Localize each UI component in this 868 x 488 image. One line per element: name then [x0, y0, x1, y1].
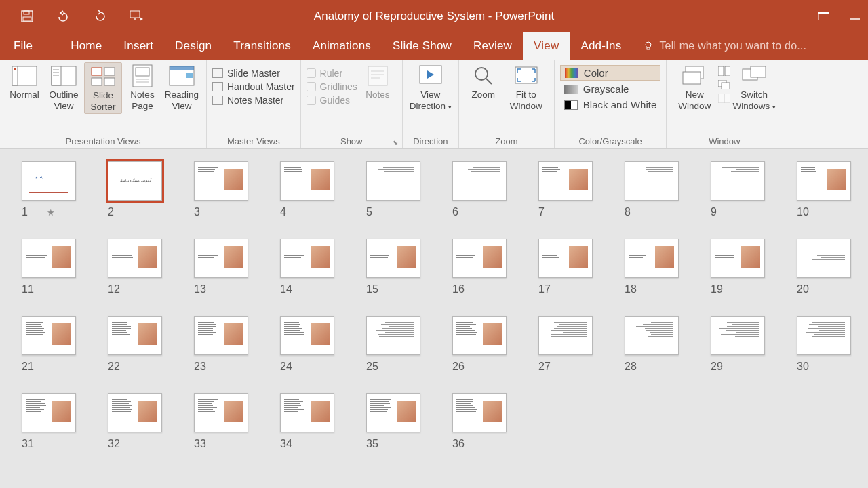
slide-thumbnail[interactable]: 9: [711, 161, 765, 218]
slide-thumbnail[interactable]: 15: [366, 239, 420, 296]
tab-transitions[interactable]: Transitions: [222, 32, 302, 60]
tab-home[interactable]: Home: [60, 32, 113, 60]
slide-thumbnail[interactable]: 19: [711, 239, 765, 296]
notes-master-button[interactable]: Notes Master: [212, 95, 295, 106]
slide-thumbnail[interactable]: 20: [797, 239, 851, 296]
slide-thumb-35[interactable]: [366, 393, 420, 432]
slide-thumbnail[interactable]: 32: [108, 393, 162, 450]
slide-thumbnail[interactable]: 30: [797, 316, 851, 373]
slide-thumb-30[interactable]: [797, 316, 851, 355]
gridlines-checkbox[interactable]: Gridlines: [307, 81, 357, 92]
slide-thumbnail[interactable]: 34: [280, 393, 334, 450]
slide-thumb-7[interactable]: [538, 161, 593, 201]
slide-sorter-button[interactable]: Slide Sorter: [84, 62, 122, 114]
slide-thumb-1[interactable]: بسم: [22, 161, 76, 201]
slide-thumb-16[interactable]: [452, 239, 507, 278]
slide-thumbnail[interactable]: 36: [452, 393, 507, 450]
slide-thumb-8[interactable]: [625, 161, 679, 201]
move-split-button[interactable]: [718, 94, 730, 103]
slide-thumbnail[interactable]: 33: [194, 393, 248, 450]
reading-view-button[interactable]: Reading View: [163, 62, 201, 113]
slide-thumb-31[interactable]: [22, 393, 76, 432]
slide-thumbnail[interactable]: 22: [108, 316, 162, 373]
slide-thumb-17[interactable]: [538, 239, 593, 278]
slide-thumbnail[interactable]: 3: [194, 161, 248, 218]
slide-sorter-area[interactable]: بسم1★آناتومی دستگاه تناسلی23456789101112…: [0, 149, 868, 488]
slide-thumbnail[interactable]: 25: [366, 316, 420, 373]
slide-thumbnail[interactable]: 23: [194, 316, 248, 373]
slide-thumb-36[interactable]: [452, 393, 507, 432]
tab-file[interactable]: File: [0, 32, 46, 60]
arrange-all-button[interactable]: [718, 66, 730, 76]
slide-thumb-6[interactable]: [452, 161, 507, 201]
tell-me-search[interactable]: Tell me what you want to do...: [632, 32, 817, 60]
slide-thumb-19[interactable]: [711, 239, 765, 278]
slide-thumbnail[interactable]: 26: [452, 316, 507, 373]
normal-view-button[interactable]: Normal: [5, 62, 43, 101]
slide-thumb-22[interactable]: [108, 316, 162, 355]
zoom-button[interactable]: Zoom: [465, 62, 502, 101]
slide-thumbnail[interactable]: 4: [280, 161, 334, 218]
slide-thumb-21[interactable]: [22, 316, 76, 355]
slide-thumb-33[interactable]: [194, 393, 248, 432]
notes-toggle-button[interactable]: Notes: [359, 62, 397, 101]
slide-thumb-13[interactable]: [194, 239, 248, 278]
guides-checkbox[interactable]: Guides: [307, 95, 357, 106]
slide-thumb-34[interactable]: [280, 393, 334, 432]
notes-page-button[interactable]: Notes Page: [123, 62, 161, 113]
slide-thumb-32[interactable]: [108, 393, 162, 432]
slide-thumbnail[interactable]: 17: [538, 239, 593, 296]
slide-thumb-4[interactable]: [280, 161, 334, 201]
slide-master-button[interactable]: Slide Master: [212, 68, 295, 79]
slide-thumb-5[interactable]: [366, 161, 420, 201]
slide-thumb-12[interactable]: [108, 239, 162, 278]
slide-thumbnail[interactable]: 16: [452, 239, 507, 296]
save-icon[interactable]: [19, 8, 35, 24]
tab-addins[interactable]: Add-Ins: [570, 32, 632, 60]
slide-thumbnail[interactable]: 6: [452, 161, 507, 218]
tab-review[interactable]: Review: [462, 32, 523, 60]
slide-thumbnail[interactable]: 5: [366, 161, 420, 218]
slide-thumb-15[interactable]: [366, 239, 420, 278]
slide-thumbnail[interactable]: 24: [280, 316, 334, 373]
slide-thumb-9[interactable]: [711, 161, 765, 201]
ribbon-display-icon[interactable]: [818, 10, 830, 22]
outline-view-button[interactable]: Outline View: [45, 62, 83, 113]
slide-thumbnail[interactable]: 35: [366, 393, 420, 450]
cascade-button[interactable]: [718, 80, 730, 89]
tab-view[interactable]: View: [523, 32, 570, 60]
slide-thumb-25[interactable]: [366, 316, 420, 355]
slide-thumb-27[interactable]: [538, 316, 593, 355]
slide-thumbnail[interactable]: بسم1★: [22, 161, 76, 218]
slide-thumbnail[interactable]: 10: [797, 161, 851, 218]
switch-windows-button[interactable]: Switch Windows ▾: [732, 62, 776, 113]
slide-thumbnail[interactable]: آناتومی دستگاه تناسلی2: [108, 161, 162, 218]
slide-thumbnail[interactable]: 18: [625, 239, 679, 296]
slide-thumb-3[interactable]: [194, 161, 248, 201]
show-dialog-launcher-icon[interactable]: ⬊: [393, 139, 398, 146]
slide-thumbnail[interactable]: 31: [22, 393, 76, 450]
slide-thumb-10[interactable]: [797, 161, 851, 201]
tab-slideshow[interactable]: Slide Show: [382, 32, 462, 60]
slide-thumb-29[interactable]: [711, 316, 765, 355]
tab-animations[interactable]: Animations: [302, 32, 382, 60]
slide-thumb-11[interactable]: [22, 239, 76, 278]
slide-thumbnail[interactable]: 29: [711, 316, 765, 373]
ruler-checkbox[interactable]: Ruler: [307, 68, 357, 79]
grayscale-button[interactable]: Grayscale: [560, 82, 660, 96]
black-white-button[interactable]: Black and White: [560, 98, 660, 112]
undo-icon[interactable]: [56, 8, 72, 24]
slide-thumbnail[interactable]: 8: [625, 161, 679, 218]
view-direction-button[interactable]: View Direction ▾: [408, 62, 453, 113]
redo-icon[interactable]: [92, 8, 108, 24]
handout-master-button[interactable]: Handout Master: [212, 81, 295, 92]
slide-thumbnail[interactable]: 13: [194, 239, 248, 296]
slide-thumbnail[interactable]: 12: [108, 239, 162, 296]
slide-thumbnail[interactable]: 21: [22, 316, 76, 373]
slide-thumbnail[interactable]: 7: [538, 161, 593, 218]
slide-thumbnail[interactable]: 11: [22, 239, 76, 296]
tab-insert[interactable]: Insert: [113, 32, 164, 60]
slide-thumbnail[interactable]: 27: [538, 316, 593, 373]
start-from-beginning-icon[interactable]: [129, 8, 145, 24]
slide-thumbnail[interactable]: 28: [625, 316, 679, 373]
